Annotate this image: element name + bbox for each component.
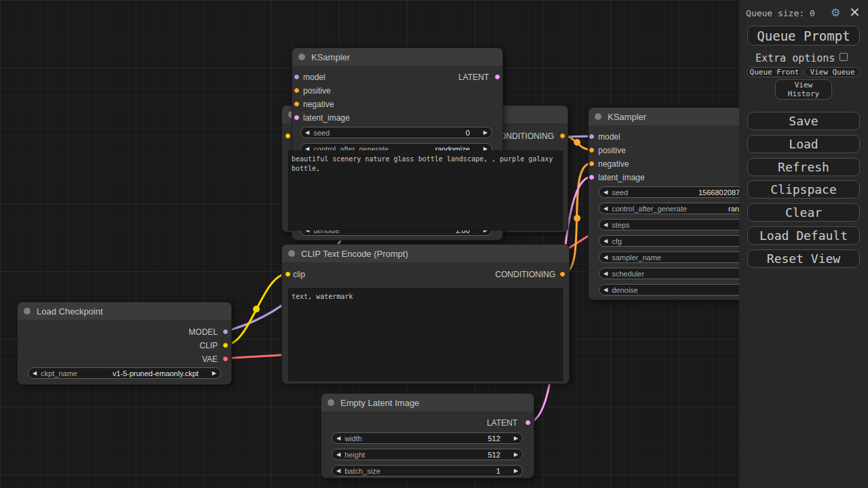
widget-value: 512 (488, 451, 509, 459)
decrement-arrow-icon[interactable]: ◀ (301, 127, 313, 138)
view-queue-button[interactable]: View Queue (804, 67, 861, 77)
input-slot-latent-image[interactable] (589, 174, 595, 180)
view-queue-label: View Queue (810, 68, 854, 77)
input-slot-negative[interactable] (589, 161, 595, 167)
node-title: KSampler (608, 112, 646, 122)
output-slot-latent[interactable] (525, 420, 531, 426)
node-title-bar[interactable]: KSampler (292, 48, 502, 66)
decrement-arrow-icon[interactable]: ◀ (599, 268, 612, 279)
load-button[interactable]: Load (747, 135, 860, 153)
widget-label: seed (612, 188, 628, 197)
widget-batch-size[interactable]: ◀ batch_size 1 ▶ (332, 465, 523, 476)
increment-arrow-icon[interactable]: ▶ (479, 127, 492, 138)
output-label-conditioning: CONDITIONING (495, 270, 555, 279)
decrement-arrow-icon[interactable]: ◀ (332, 466, 344, 476)
widget-label: scheduler (612, 270, 644, 278)
view-history-button[interactable]: View History (775, 79, 832, 100)
input-label-negative: negative (598, 159, 629, 169)
decrement-arrow-icon[interactable]: ◀ (599, 187, 612, 197)
decrement-arrow-icon[interactable]: ◀ (599, 252, 612, 262)
negative-prompt-textarea[interactable]: text, watermark (288, 288, 563, 381)
queue-size-value: 0 (810, 8, 815, 18)
node-title: Load Checkpoint (37, 306, 103, 317)
node-load-checkpoint[interactable]: Load Checkpoint MODEL CLIP VAE ◀ ckpt_na… (17, 302, 232, 385)
extra-options-label: Extra options (755, 52, 835, 64)
increment-arrow-icon[interactable]: ▶ (208, 368, 220, 378)
increment-arrow-icon[interactable]: ▶ (510, 466, 522, 476)
clear-button[interactable]: Clear (747, 203, 860, 222)
collapse-dot-icon[interactable] (328, 399, 334, 406)
widget-label: steps (612, 221, 629, 229)
input-slot-model[interactable] (294, 74, 300, 80)
settings-gear-icon[interactable]: ⚙ (831, 6, 840, 19)
input-slot-negative[interactable] (294, 101, 300, 107)
decrement-arrow-icon[interactable]: ◀ (599, 285, 612, 295)
widget-value: 512 (488, 434, 509, 443)
output-label-vae: VAE (202, 354, 218, 364)
widget-label: denoise (612, 286, 638, 294)
collapse-dot-icon[interactable] (595, 113, 601, 120)
input-slot-model[interactable] (589, 134, 595, 140)
positive-prompt-textarea[interactable]: beautiful scenery nature glass bottle la… (288, 150, 563, 230)
node-title-bar[interactable]: CLIP Text Encode (Prompt) (282, 245, 569, 262)
node-title: KSampler (311, 52, 350, 62)
widget-height[interactable]: ◀ height 512 ▶ (332, 449, 523, 460)
clipspace-button[interactable]: Clipspace (747, 180, 860, 199)
queue-size-text: Queue size: (746, 8, 804, 18)
increment-arrow-icon[interactable]: ▶ (510, 433, 522, 443)
output-slot-latent[interactable] (494, 74, 500, 80)
load-label: Load (789, 137, 818, 151)
output-slot-model[interactable] (222, 329, 229, 335)
input-slot-clip[interactable] (285, 133, 291, 139)
output-slot-clip[interactable] (222, 342, 229, 348)
input-label-model: model (598, 132, 620, 142)
decrement-arrow-icon[interactable]: ◀ (599, 236, 612, 246)
decrement-arrow-icon[interactable]: ◀ (599, 203, 612, 214)
node-title-bar[interactable]: Load Checkpoint (18, 302, 231, 320)
input-label-negative: negative (303, 100, 334, 109)
widget-label: ckpt_name (41, 369, 77, 378)
output-slot-conditioning[interactable] (559, 133, 566, 139)
view-history-label-line1: View (795, 81, 813, 89)
node-title-bar[interactable]: Empty Latent Image (321, 394, 534, 411)
widget-seed[interactable]: ◀ seed 0 ▶ (300, 127, 492, 138)
collapse-dot-icon[interactable] (298, 54, 305, 60)
input-slot-positive[interactable] (294, 87, 300, 94)
queue-front-label: Queue Front (750, 68, 800, 77)
decrement-arrow-icon[interactable]: ◀ (599, 220, 612, 230)
reset-view-button[interactable]: Reset View (747, 249, 860, 268)
clear-label: Clear (785, 205, 822, 220)
input-slot-clip[interactable] (285, 271, 291, 277)
output-label-latent: LATENT (487, 418, 517, 428)
widget-label: seed (313, 129, 330, 137)
node-empty-latent-image[interactable]: Empty Latent Image LATENT ◀ width 512 ▶ … (321, 393, 534, 479)
increment-arrow-icon[interactable]: ▶ (510, 449, 522, 460)
graph-canvas[interactable]: CLIP Text Encode (Prompt) clip CONDITION… (0, 0, 868, 488)
clipspace-label: Clipspace (770, 182, 837, 197)
collapse-dot-icon[interactable] (288, 250, 295, 257)
save-button[interactable]: Save (747, 112, 860, 130)
input-slot-latent-image[interactable] (294, 115, 300, 121)
load-default-label: Load Default (760, 228, 848, 243)
decrement-arrow-icon[interactable]: ◀ (28, 368, 41, 378)
widget-label: sampler_name (612, 253, 661, 262)
queue-front-button[interactable]: Queue Front (747, 67, 802, 77)
input-label-positive: positive (303, 86, 331, 96)
output-slot-vae[interactable] (222, 356, 229, 362)
input-slot-positive[interactable] (589, 147, 595, 153)
output-slot-conditioning[interactable] (559, 271, 566, 277)
reset-view-label: Reset View (767, 251, 840, 266)
queue-prompt-label: Queue Prompt (757, 28, 850, 43)
collapse-dot-icon[interactable] (24, 308, 31, 314)
refresh-button[interactable]: Refresh (747, 158, 860, 176)
extra-options-checkbox[interactable] (840, 53, 848, 61)
queue-prompt-button[interactable]: Queue Prompt (747, 26, 860, 45)
widget-width[interactable]: ◀ width 512 ▶ (332, 432, 523, 444)
widget-ckpt-name[interactable]: ◀ ckpt_name v1-5-pruned-emaonly.ckpt ▶ (28, 367, 221, 379)
load-default-button[interactable]: Load Default (747, 226, 860, 245)
widget-label: batch_size (344, 467, 380, 475)
decrement-arrow-icon[interactable]: ◀ (332, 449, 344, 460)
decrement-arrow-icon[interactable]: ◀ (332, 433, 344, 443)
input-label-model: model (303, 73, 326, 82)
close-menu-icon[interactable]: × (849, 3, 861, 20)
